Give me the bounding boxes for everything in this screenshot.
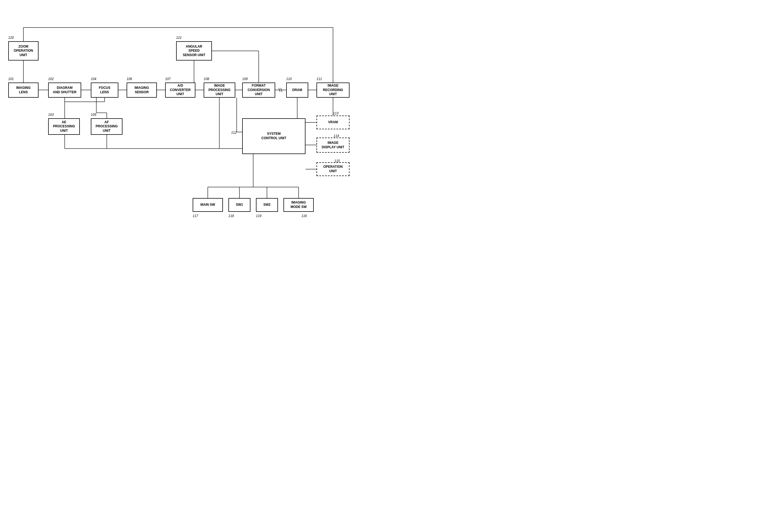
imaging-mode-sw-block: IMAGINGMODE SW xyxy=(283,198,314,212)
image-display-block: IMAGEDISPLAY UNIT xyxy=(316,138,349,153)
operation-unit-block: OPERATIONUNIT xyxy=(316,162,349,176)
format-conversion-block: FORMATCONVERSIONUNIT xyxy=(242,83,275,98)
diagram-shutter-block: DIAGRAMAND SHUTTER xyxy=(48,83,81,98)
image-processing-block: IMAGEPROCESSINGUNIT xyxy=(204,83,235,98)
sw1-block: SW1 xyxy=(228,198,250,212)
label-118: 118 xyxy=(228,214,234,218)
label-101: 101 xyxy=(8,77,14,81)
label-117: 117 xyxy=(193,214,198,218)
vram-block: VRAM xyxy=(316,116,349,129)
ad-converter-block: A/DCONVERTERUNIT xyxy=(165,83,195,98)
label-105: 105 xyxy=(91,113,96,117)
ae-processing-block: AEPROCESSINGUNIT xyxy=(48,118,80,135)
sw2-block: SW2 xyxy=(256,198,278,212)
label-109: 109 xyxy=(242,77,248,81)
label-104: 104 xyxy=(91,77,96,81)
label-111: 111 xyxy=(316,77,322,81)
dram-block: DRAM xyxy=(286,83,308,98)
label-120: 120 xyxy=(8,36,14,40)
image-recording-block: IMAGERECORDINGUNIT xyxy=(316,83,349,98)
svg-line-38 xyxy=(279,88,280,92)
system-control-block: SYSTEMCONTROL UNIT xyxy=(242,118,305,154)
label-116: 116 xyxy=(301,214,307,218)
label-106: 106 xyxy=(127,77,132,81)
label-115: 115 xyxy=(334,159,340,163)
imaging-sensor-block: IMAGINGSENSOR xyxy=(127,83,157,98)
label-102: 102 xyxy=(48,77,54,81)
label-112: 112 xyxy=(231,131,237,135)
label-114: 114 xyxy=(333,134,339,138)
zoom-operation-block: ZOOMOPERATIONUNIT xyxy=(8,41,39,61)
label-110: 110 xyxy=(286,77,292,81)
svg-line-39 xyxy=(281,88,282,92)
diagram-container: ZOOMOPERATIONUNIT 120 IMAGINGLENS 101 DI… xyxy=(0,0,363,253)
label-113: 113 xyxy=(333,111,338,115)
label-108: 108 xyxy=(204,77,209,81)
label-119: 119 xyxy=(256,214,261,218)
label-121: 121 xyxy=(176,36,182,40)
main-sw-block: MAIN SW xyxy=(193,198,223,212)
label-107: 107 xyxy=(165,77,171,81)
focus-lens-block: FOCUSLENS xyxy=(91,83,118,98)
label-103: 103 xyxy=(48,113,54,117)
imaging-lens-block: IMAGINGLENS xyxy=(8,83,39,98)
af-processing-block: AFPROCESSINGUNIT xyxy=(91,118,122,135)
angular-sensor-block: ANGULARSPEEDSENSOR UNIT xyxy=(176,41,212,61)
